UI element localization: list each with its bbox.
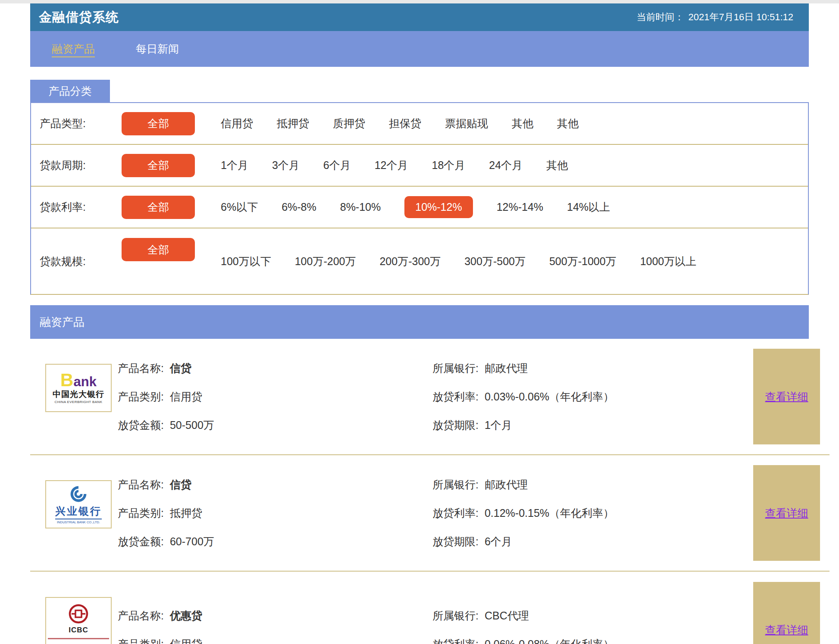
nav-item-daily-news[interactable]: 每日新闻 — [136, 42, 179, 56]
filter-option[interactable]: 24个月 — [489, 158, 523, 172]
term-value: 1个月 — [485, 418, 512, 432]
everbright-wordmark: Bank — [60, 372, 97, 388]
app-header: 金融借贷系统 当前时间： 2021年7月16日 10:51:12 — [30, 3, 809, 31]
product-fields-left: 产品名称: 信贷 产品类别: 抵押贷 放贷金额: 60-700万 — [118, 478, 432, 549]
filter-panel: 产品类型: 全部 信用贷抵押贷质押贷担保贷票据贴现其他其他 贷款周期: 全部 1… — [30, 102, 809, 295]
filter-option[interactable]: 200万-300万 — [379, 254, 441, 269]
filter-row-loan-scale: 贷款规模: 全部 100万以下100万-200万200万-300万300万-50… — [31, 228, 808, 294]
loan-amount-line: 放贷金额: 50-500万 — [118, 418, 432, 432]
product-fields-right: 所属银行: 邮政代理 放贷利率: 0.12%-0.15%（年化利率） 放贷期限:… — [432, 478, 730, 549]
filter-option[interactable]: 其他 — [557, 116, 579, 131]
industrial-cn-name: 兴业银行 — [55, 504, 102, 519]
bank-value: 邮政代理 — [485, 361, 528, 375]
product-name-label: 产品名称: — [118, 478, 164, 492]
filter-option[interactable]: 500万-1000万 — [549, 254, 617, 269]
rate-line: 放贷利率: 0.12%-0.15%（年化利率） — [432, 506, 730, 520]
product-type-value: 信用贷 — [170, 637, 202, 644]
product-card: ICBC 产品名称: 优惠贷 产品类别: 信用贷 所属银行: CBC代理 放贷利… — [30, 572, 830, 644]
nav-item-financing-products[interactable]: 融资产品 — [52, 42, 95, 56]
current-time: 当前时间： 2021年7月16日 10:51:12 — [637, 11, 793, 24]
filter-option[interactable]: 3个月 — [272, 158, 300, 172]
filter-option[interactable]: 1000万以上 — [640, 254, 697, 269]
filter-option[interactable]: 其他 — [546, 158, 568, 172]
industrial-bank-logo: 兴业银行 INDUSTRIAL BANK CO.,LTD. — [45, 480, 112, 528]
filter-option[interactable]: 6%-8% — [282, 201, 316, 213]
browser-top-strip — [0, 0, 839, 3]
view-detail-link[interactable]: 查看详细 — [765, 390, 808, 404]
filter-options-loan-scale: 100万以下100万-200万200万-300万300万-500万500万-10… — [221, 250, 794, 273]
rate-value: 0.12%-0.15%（年化利率） — [485, 506, 614, 520]
filter-option[interactable]: 信用贷 — [221, 116, 253, 131]
rate-label: 放贷利率: — [432, 637, 479, 644]
everbright-cn-name: 中国光大银行 — [53, 389, 104, 400]
filter-option[interactable]: 6个月 — [323, 158, 351, 172]
select-all-button[interactable]: 全部 — [122, 112, 195, 135]
filter-option[interactable]: 18个月 — [432, 158, 466, 172]
term-line: 放贷期限: 6个月 — [432, 535, 730, 549]
filter-option[interactable]: 10%-12% — [404, 196, 473, 218]
loan-amount-label: 放贷金额: — [118, 535, 164, 549]
view-detail-button[interactable]: 查看详细 — [753, 465, 820, 561]
product-card: Bank 中国光大银行 CHINA EVERBRIGHT BANK 产品名称: … — [30, 339, 830, 455]
filter-option[interactable]: 12个月 — [375, 158, 408, 172]
term-label: 放贷期限: — [432, 535, 479, 549]
filter-option[interactable]: 300万-500万 — [464, 254, 526, 269]
view-detail-link[interactable]: 查看详细 — [765, 506, 808, 520]
filter-options-loan-rate: 6%以下6%-8%8%-10%10%-12%12%-14%14%以上 — [221, 192, 794, 222]
filter-option[interactable]: 1个月 — [221, 158, 248, 172]
product-type-label: 产品类别: — [118, 390, 164, 404]
main-nav: 融资产品 每日新闻 — [30, 31, 809, 67]
product-name-value: 优惠贷 — [170, 609, 202, 623]
filter-label-loan-rate: 贷款利率: — [40, 200, 104, 214]
rate-line: 放贷利率: 0.06%-0.08%（年化利率） — [432, 637, 730, 644]
view-detail-button[interactable]: 查看详细 — [753, 582, 820, 644]
industrial-en-name: INDUSTRIAL BANK CO.,LTD. — [57, 520, 100, 524]
product-type-label: 产品类别: — [118, 506, 164, 520]
view-detail-button[interactable]: 查看详细 — [753, 349, 820, 444]
filter-option[interactable]: 票据贴现 — [445, 116, 488, 131]
product-name-label: 产品名称: — [118, 609, 164, 623]
filter-option[interactable]: 12%-14% — [497, 201, 543, 213]
filter-label-product-type: 产品类型: — [40, 116, 104, 131]
loan-amount-line: 放贷金额: 60-700万 — [118, 535, 432, 549]
select-all-button[interactable]: 全部 — [122, 196, 195, 219]
filter-option[interactable]: 6%以下 — [221, 200, 258, 214]
filter-option[interactable]: 担保贷 — [389, 116, 421, 131]
select-all-button[interactable]: 全部 — [122, 154, 195, 177]
term-value: 6个月 — [485, 535, 512, 549]
product-category-tab: 产品分类 — [30, 80, 110, 102]
product-fields-right: 所属银行: 邮政代理 放贷利率: 0.03%-0.06%（年化利率） 放贷期限:… — [432, 361, 730, 432]
filter-label-loan-scale: 贷款规模: — [40, 254, 104, 269]
icbc-emblem-icon — [68, 603, 89, 624]
select-all-button[interactable]: 全部 — [122, 238, 195, 261]
filter-option[interactable]: 8%-10% — [340, 201, 381, 213]
financing-products-header: 融资产品 — [30, 305, 809, 339]
bank-line: 所属银行: 邮政代理 — [432, 478, 730, 492]
product-name-value: 信贷 — [170, 361, 191, 375]
bank-label: 所属银行: — [432, 478, 479, 492]
current-time-value: 2021年7月16日 10:51:12 — [689, 11, 793, 24]
icbc-en-name: ICBC — [69, 626, 88, 635]
product-fields-left: 产品名称: 信贷 产品类别: 信用贷 放贷金额: 50-500万 — [118, 361, 432, 432]
term-label: 放贷期限: — [432, 418, 479, 432]
product-name-line: 产品名称: 信贷 — [118, 478, 432, 492]
view-detail-link[interactable]: 查看详细 — [765, 623, 808, 637]
filter-option[interactable]: 抵押贷 — [277, 116, 309, 131]
filter-option[interactable]: 100万以下 — [221, 254, 271, 269]
filter-option[interactable]: 其他 — [512, 116, 533, 131]
page-container: 金融借贷系统 当前时间： 2021年7月16日 10:51:12 融资产品 每日… — [30, 3, 809, 339]
industrial-bank-swirl-icon — [69, 485, 88, 503]
rate-value: 0.03%-0.06%（年化利率） — [485, 390, 614, 404]
product-name-line: 产品名称: 信贷 — [118, 361, 432, 375]
product-name-value: 信贷 — [170, 478, 191, 492]
loan-amount-value: 60-700万 — [170, 535, 214, 549]
loan-amount-label: 放贷金额: — [118, 418, 164, 432]
filter-option[interactable]: 质押贷 — [333, 116, 365, 131]
bank-line: 所属银行: 邮政代理 — [432, 361, 730, 375]
filter-option[interactable]: 14%以上 — [567, 200, 610, 214]
filter-option[interactable]: 100万-200万 — [295, 254, 356, 269]
icbc-bank-logo: ICBC — [45, 597, 112, 644]
current-time-label: 当前时间： — [637, 11, 684, 24]
rate-value: 0.06%-0.08%（年化利率） — [485, 637, 614, 644]
rate-label: 放贷利率: — [432, 390, 479, 404]
